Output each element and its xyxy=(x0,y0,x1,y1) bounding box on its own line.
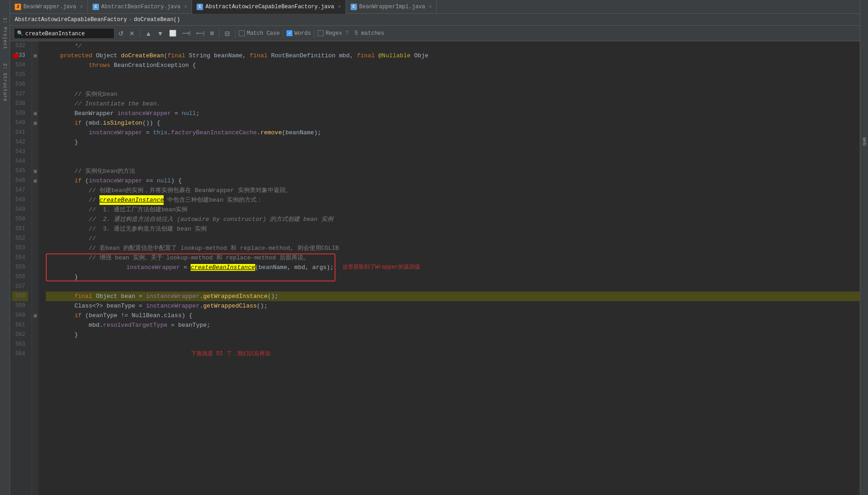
gutter-558 xyxy=(32,292,38,301)
gutter-543 xyxy=(32,147,38,157)
fold-icon-533[interactable] xyxy=(33,54,37,58)
line-num-563: 563 xyxy=(12,340,28,349)
line-num-549: 549 xyxy=(12,205,28,214)
fold-icon-539[interactable] xyxy=(33,112,37,116)
tab-label-beanwrapperimpl: BeanWrapperImpl.java xyxy=(359,4,425,10)
search-match-555: createBeanInstance xyxy=(191,264,255,271)
gutter-560 xyxy=(32,311,38,320)
tab-beanwrapper[interactable]: J BeanWrapper.java × xyxy=(10,0,88,14)
tab-close-beanwrapperimpl[interactable]: × xyxy=(429,4,432,10)
tab-close-abstractbeanfactory[interactable]: × xyxy=(184,4,187,10)
tab-close-abstractautowire[interactable]: × xyxy=(338,4,341,10)
gutter-553 xyxy=(32,243,38,253)
code-line-551: // 3. 通过无参构造方法创建 bean 实例 xyxy=(46,224,860,234)
tab-icon-c1: C xyxy=(93,4,99,10)
tab-abstractbeanfactory[interactable]: C AbstractBeanFactory.java × xyxy=(88,0,192,14)
gutter-546 xyxy=(32,176,38,186)
line-num-553: 553 xyxy=(12,243,28,253)
line-num-542: 542 xyxy=(12,138,28,147)
left-sidebar: 1: Project 2: Structure xyxy=(0,0,10,495)
tab-label-beanwrapper: BeanWrapper.java xyxy=(23,4,76,10)
code-line-559: Class<?> beanType = instanceWrapper.getW… xyxy=(46,301,860,311)
find-option2-button[interactable]: ⟵| xyxy=(194,29,207,37)
find-option3-button[interactable]: ⊠ xyxy=(208,29,216,37)
tab-bar: J BeanWrapper.java × C AbstractBeanFacto… xyxy=(10,0,860,14)
line-num-551: 551 xyxy=(12,224,28,234)
sidebar-project-label[interactable]: 1: Project xyxy=(1,16,8,51)
help-icon[interactable]: ? xyxy=(345,30,348,37)
find-clear-button[interactable]: ✕ xyxy=(127,29,137,38)
annotation-564: 下面就是 DI 了，我们以后再说 xyxy=(46,349,270,359)
main-area: J BeanWrapper.java × C AbstractBeanFacto… xyxy=(10,0,860,495)
find-wrap-button[interactable]: ⬜ xyxy=(167,29,178,38)
find-up-button[interactable]: ▲ xyxy=(143,29,154,38)
gutter-549 xyxy=(32,205,38,214)
line-num-546: 546 xyxy=(12,176,28,186)
code-line-539: BeanWrapper instanceWrapper = null; xyxy=(46,109,860,118)
line-num-554: 554 xyxy=(12,253,28,263)
match-case-checkbox[interactable] xyxy=(239,30,245,36)
gutter-555 xyxy=(32,263,38,272)
find-separator-4 xyxy=(283,29,283,38)
code-line-533: protected Object doCreateBean(final Stri… xyxy=(46,51,860,60)
breadcrumb-child[interactable]: doCreateBean() xyxy=(134,16,180,23)
gutter-563 xyxy=(32,340,38,349)
find-down-button[interactable]: ▼ xyxy=(155,29,165,38)
words-label[interactable]: ✓ Words xyxy=(286,30,311,37)
gutter-547 xyxy=(32,186,38,195)
tab-abstractautowire[interactable]: C AbstractAutowireCapableBeanFactory.jav… xyxy=(192,0,346,14)
find-prev-button[interactable]: ↺ xyxy=(116,29,126,38)
words-checkbox[interactable]: ✓ xyxy=(286,30,292,36)
line-num-541: 541 xyxy=(12,128,28,138)
fold-icon-545[interactable] xyxy=(33,170,37,173)
breakpoint-533[interactable] xyxy=(13,53,18,59)
code-line-545: // 实例化bean的方法 xyxy=(46,166,860,176)
annotation-555: 这里获取到了Wrapper的返回值 xyxy=(335,263,420,272)
tab-close-beanwrapper[interactable]: × xyxy=(80,4,83,10)
gutter-545 xyxy=(32,166,38,176)
fold-icon-560[interactable] xyxy=(33,314,37,318)
matches-count: 5 matches xyxy=(355,30,385,37)
tab-icon-java: J xyxy=(15,4,21,10)
line-num-533: 533 xyxy=(12,51,28,60)
code-line-550: // 2. 通过构造方法自动注入 (autowire by constructo… xyxy=(46,214,860,224)
gutter-557 xyxy=(32,282,38,292)
code-area: 532 533 534 535 536 537 538 539 540 541 … xyxy=(10,41,860,495)
fold-icon-546[interactable] xyxy=(33,179,37,183)
search-icon: 🔍 xyxy=(17,30,23,36)
line-num-559: 559 xyxy=(12,301,28,311)
breadcrumb-parent[interactable]: AbstractAutowireCapableBeanFactory xyxy=(15,16,127,23)
regex-label[interactable]: Regex xyxy=(318,30,342,37)
tab-beanwrapperimpl[interactable]: C BeanWrapperImpl.java × xyxy=(346,0,437,14)
code-line-552: // xyxy=(46,234,860,243)
gutter-559 xyxy=(32,301,38,311)
code-line-540: if (mbd.isSingleton()) { xyxy=(46,118,860,128)
code-line-548: // createBeanInstance 中包含三种创建bean 实例的方式： xyxy=(46,195,860,205)
find-filter-button[interactable]: ⊟ xyxy=(223,29,232,38)
gutter-537 xyxy=(32,89,38,99)
tab-icon-c2: C xyxy=(197,4,203,10)
match-case-text: Match Case xyxy=(247,30,280,37)
line-num-562: 562 xyxy=(12,330,28,340)
line-num-544: 544 xyxy=(12,157,28,166)
match-case-label[interactable]: Match Case xyxy=(239,30,280,37)
sidebar-web-label[interactable]: Web xyxy=(862,138,867,146)
search-input[interactable] xyxy=(25,30,99,37)
fold-icon-540[interactable] xyxy=(33,121,37,125)
regex-checkbox[interactable] xyxy=(318,30,324,36)
line-num-547: 547 xyxy=(12,186,28,195)
gutter xyxy=(32,41,38,495)
find-input-wrap: 🔍 xyxy=(14,28,115,39)
code-line-536 xyxy=(46,80,860,89)
gutter-533 xyxy=(32,51,38,60)
gutter-542 xyxy=(32,138,38,147)
code-line-546: if (instanceWrapper == null) { xyxy=(46,176,860,186)
code-line-544 xyxy=(46,157,860,166)
find-option1-button[interactable]: ⟶| xyxy=(180,29,192,37)
gutter-548 xyxy=(32,195,38,205)
find-separator-5 xyxy=(314,29,314,38)
sidebar-structure-label[interactable]: 2: Structure xyxy=(1,61,8,104)
line-num-560: 560 xyxy=(12,311,28,320)
line-num-538: 538 xyxy=(12,99,28,109)
gutter-556 xyxy=(32,272,38,282)
